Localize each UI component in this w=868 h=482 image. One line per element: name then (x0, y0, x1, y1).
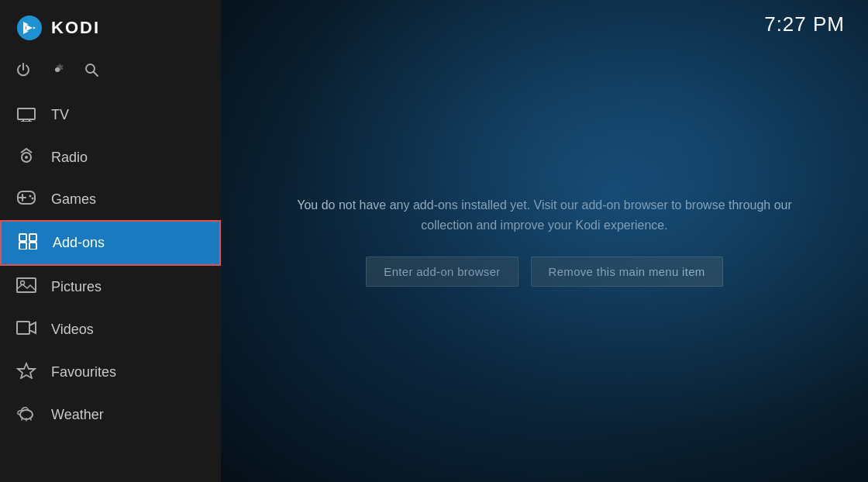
search-icon[interactable] (84, 62, 99, 81)
svg-point-14 (29, 195, 32, 198)
power-icon[interactable] (16, 62, 31, 81)
svg-marker-23 (18, 363, 35, 378)
svg-rect-22 (17, 322, 29, 334)
sidebar-item-videos-label: Videos (51, 322, 94, 338)
addons-icon (17, 232, 39, 253)
info-text: You do not have any add-ons installed ye… (281, 195, 808, 235)
sidebar-item-games[interactable]: Games (0, 179, 221, 220)
svg-rect-17 (29, 234, 36, 241)
settings-icon[interactable] (50, 62, 65, 81)
sidebar-item-radio[interactable]: Radio (0, 136, 221, 179)
svg-point-15 (32, 198, 34, 200)
enter-addon-browser-button[interactable]: Enter add-on browser (366, 256, 518, 287)
main-content: 7:27 PM You do not have any add-ons inst… (221, 0, 868, 482)
gamepad-icon (16, 190, 37, 209)
sidebar-header: KODI (0, 0, 221, 56)
sidebar-item-pictures-label: Pictures (51, 279, 102, 295)
svg-line-27 (30, 418, 31, 420)
favourites-icon (16, 362, 37, 383)
sidebar-controls (0, 56, 221, 94)
sidebar-item-tv[interactable]: TV (0, 94, 221, 136)
svg-line-5 (94, 72, 98, 77)
sidebar-nav: TV Radio (0, 94, 221, 482)
videos-icon (16, 319, 37, 340)
sidebar-item-favourites-label: Favourites (51, 364, 116, 380)
svg-rect-20 (17, 278, 36, 292)
pictures-icon (16, 277, 37, 298)
action-buttons: Enter add-on browser Remove this main me… (366, 256, 722, 287)
svg-point-11 (25, 156, 28, 159)
clock: 7:27 PM (764, 12, 845, 36)
svg-rect-6 (18, 108, 35, 119)
svg-rect-16 (19, 234, 26, 241)
sidebar-item-games-label: Games (51, 191, 96, 208)
sidebar-item-addons[interactable]: Add-ons (0, 220, 221, 266)
svg-rect-18 (19, 243, 26, 250)
svg-line-25 (22, 418, 22, 420)
sidebar-item-addons-label: Add-ons (53, 235, 105, 251)
sidebar-item-tv-label: TV (51, 107, 69, 123)
sidebar-item-videos[interactable]: Videos (0, 308, 221, 351)
radio-icon (16, 147, 37, 168)
sidebar: KODI (0, 0, 221, 482)
sidebar-item-pictures[interactable]: Pictures (0, 266, 221, 308)
sidebar-item-weather[interactable]: Weather (0, 394, 221, 436)
svg-rect-19 (29, 243, 36, 250)
weather-icon (16, 405, 37, 425)
sidebar-item-weather-label: Weather (51, 407, 104, 423)
remove-menu-item-button[interactable]: Remove this main menu item (531, 256, 723, 287)
kodi-logo-icon (16, 14, 43, 42)
sidebar-item-radio-label: Radio (51, 150, 88, 166)
app-title: KODI (51, 18, 100, 38)
tv-icon (16, 105, 37, 126)
center-area: You do not have any add-ons installed ye… (221, 0, 868, 482)
sidebar-item-favourites[interactable]: Favourites (0, 351, 221, 394)
